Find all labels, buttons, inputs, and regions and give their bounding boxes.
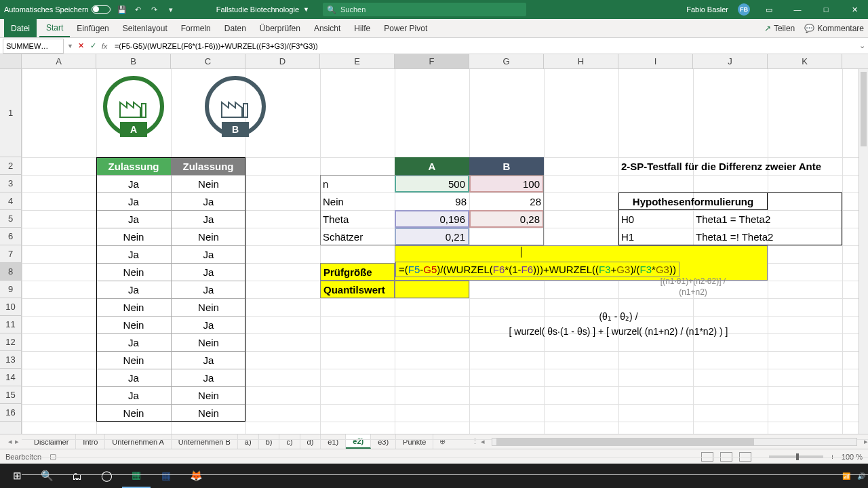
- cell-C12[interactable]: Nein: [171, 333, 245, 351]
- row-header-8[interactable]: 8: [0, 263, 21, 281]
- cell-B15[interactable]: Ja: [96, 386, 171, 404]
- cell-F5[interactable]: 0,196: [395, 210, 469, 228]
- redo-icon[interactable]: ↷: [150, 5, 159, 14]
- fx-button[interactable]: fx: [100, 39, 112, 54]
- col-header-C[interactable]: C: [171, 54, 245, 68]
- col-header-J[interactable]: J: [693, 54, 768, 68]
- row-header-13[interactable]: 13: [0, 351, 21, 369]
- col-header-B[interactable]: B: [96, 54, 171, 68]
- sheet-tab-a[interactable]: a): [238, 434, 259, 449]
- cell-B10[interactable]: Nein: [96, 298, 171, 316]
- taskbar-search-icon[interactable]: 🔍: [33, 464, 61, 488]
- col-header-D[interactable]: D: [245, 54, 320, 68]
- cell-C7[interactable]: Ja: [171, 245, 245, 263]
- cell-B12[interactable]: Ja: [96, 333, 171, 351]
- cancel-formula-button[interactable]: ✕: [75, 39, 87, 54]
- cell-C5[interactable]: Ja: [171, 210, 245, 228]
- cell-F2[interactable]: A: [395, 157, 469, 175]
- cell-F4[interactable]: 98: [395, 192, 469, 210]
- tab-pagelayout[interactable]: Seitenlayout: [116, 19, 174, 37]
- cell-C8[interactable]: Ja: [171, 263, 245, 281]
- cell-F6[interactable]: 0,21: [395, 228, 469, 245]
- comments-button[interactable]: 💬Kommentare: [804, 24, 864, 33]
- row-header-4[interactable]: 4: [0, 192, 21, 210]
- tab-insert[interactable]: Einfügen: [70, 19, 115, 37]
- ribbon-display-icon[interactable]: ▭: [760, 5, 778, 14]
- cell-C9[interactable]: Ja: [171, 281, 245, 298]
- cell-C11[interactable]: Ja: [171, 316, 245, 333]
- minimize-button[interactable]: —: [788, 5, 807, 14]
- row-header-3[interactable]: 3: [0, 175, 21, 192]
- cell-C16[interactable]: Nein: [171, 404, 245, 422]
- horizontal-scrollbar-thumb[interactable]: [496, 439, 754, 445]
- sheet-tab-e3[interactable]: e3): [371, 434, 396, 449]
- cell-I6[interactable]: H1: [618, 228, 693, 245]
- col-header-E[interactable]: E: [320, 54, 395, 68]
- row-header-16[interactable]: 16: [0, 404, 21, 422]
- tab-data[interactable]: Daten: [218, 19, 253, 37]
- cell-B9[interactable]: Ja: [96, 281, 171, 298]
- taskbar-word[interactable]: ▦: [152, 464, 180, 488]
- undo-icon[interactable]: ↶: [134, 5, 143, 14]
- tray-wifi-icon[interactable]: 📶: [842, 472, 850, 480]
- taskbar-firefox[interactable]: 🦊: [182, 464, 210, 488]
- tray-volume-icon[interactable]: 🔊: [857, 472, 865, 480]
- user-name[interactable]: Fabio Basler: [686, 5, 728, 14]
- cell-C2[interactable]: Zulassung: [171, 157, 245, 175]
- cell-B6[interactable]: Nein: [96, 228, 171, 245]
- cell-B8[interactable]: Nein: [96, 263, 171, 281]
- cell-I4[interactable]: Hypothesenformulierung: [618, 192, 768, 210]
- sheet-tab-d[interactable]: d): [300, 434, 321, 449]
- col-header-A[interactable]: A: [22, 54, 96, 68]
- add-sheet-button[interactable]: ⊕: [433, 437, 451, 446]
- user-avatar[interactable]: FB: [738, 3, 750, 16]
- autosave-toggle[interactable]: Automatisches Speichern: [4, 5, 111, 14]
- cell-I2[interactable]: 2-SP-Testfall für die Differenz zweier A…: [618, 157, 863, 175]
- save-icon[interactable]: 💾: [117, 5, 127, 14]
- sheet-tab-e2[interactable]: e2): [346, 434, 371, 449]
- formula-bar-expand-icon[interactable]: ⌄: [856, 41, 868, 50]
- cell-C15[interactable]: Nein: [171, 386, 245, 404]
- cell-C6[interactable]: Nein: [171, 228, 245, 245]
- cell-J6[interactable]: Theta1 =! Theta2: [693, 228, 815, 245]
- sheet-tab-e1[interactable]: e1): [321, 434, 346, 449]
- sheet-tab-UnternehmenA[interactable]: Unternehmen A: [105, 434, 171, 449]
- row-header-12[interactable]: 12: [0, 333, 21, 351]
- vertical-scrollbar[interactable]: [859, 69, 868, 434]
- zoom-slider[interactable]: [769, 455, 823, 458]
- cell-B2[interactable]: Zulassung: [96, 157, 171, 175]
- cell-B3[interactable]: Ja: [96, 175, 171, 192]
- maximize-button[interactable]: □: [816, 5, 835, 14]
- name-box[interactable]: SUMMEW…: [3, 39, 64, 54]
- vertical-scrollbar-thumb[interactable]: [861, 72, 867, 146]
- row-header-10[interactable]: 10: [0, 298, 21, 316]
- sheet-tab-Disclaimer[interactable]: Disclaimer: [27, 434, 76, 449]
- cell-B11[interactable]: Nein: [96, 316, 171, 333]
- tab-review[interactable]: Überprüfen: [253, 19, 307, 37]
- cell-E5[interactable]: Theta: [320, 210, 395, 228]
- select-all-button[interactable]: [0, 54, 22, 68]
- row-header-14[interactable]: 14: [0, 369, 21, 386]
- sheet-tab-UnternehmenB[interactable]: Unternehmen B: [172, 434, 238, 449]
- cell-C10[interactable]: Nein: [171, 298, 245, 316]
- tab-view[interactable]: Ansicht: [307, 19, 347, 37]
- col-header-H[interactable]: H: [544, 54, 618, 68]
- cell-C4[interactable]: Ja: [171, 192, 245, 210]
- cell-F9[interactable]: [395, 281, 469, 298]
- spreadsheet-grid[interactable]: 1 2 3 4 5 6 7 8 9 10 11 12 13 14 15 16 A…: [0, 69, 868, 434]
- cell-C3[interactable]: Nein: [171, 175, 245, 192]
- tab-help[interactable]: Hilfe: [347, 19, 377, 37]
- sheet-nav[interactable]: ◂ ▸: [0, 437, 27, 446]
- cell-E8[interactable]: Prüfgröße: [320, 263, 395, 281]
- close-button[interactable]: ✕: [845, 5, 864, 14]
- tab-powerpivot[interactable]: Power Pivot: [377, 19, 434, 37]
- sheet-tab-Punkte[interactable]: Punkte: [396, 434, 433, 449]
- row-header-1[interactable]: 1: [0, 69, 21, 157]
- row-header-9[interactable]: 9: [0, 281, 21, 298]
- cell-B16[interactable]: Nein: [96, 404, 171, 422]
- tab-start[interactable]: Start: [39, 19, 70, 37]
- cell-G5[interactable]: 0,28: [469, 210, 544, 228]
- cell-I5[interactable]: H0: [618, 210, 693, 228]
- taskbar-excel[interactable]: ▦: [122, 464, 151, 488]
- document-title[interactable]: Fallstudie Biotechnologie ▼: [216, 5, 309, 14]
